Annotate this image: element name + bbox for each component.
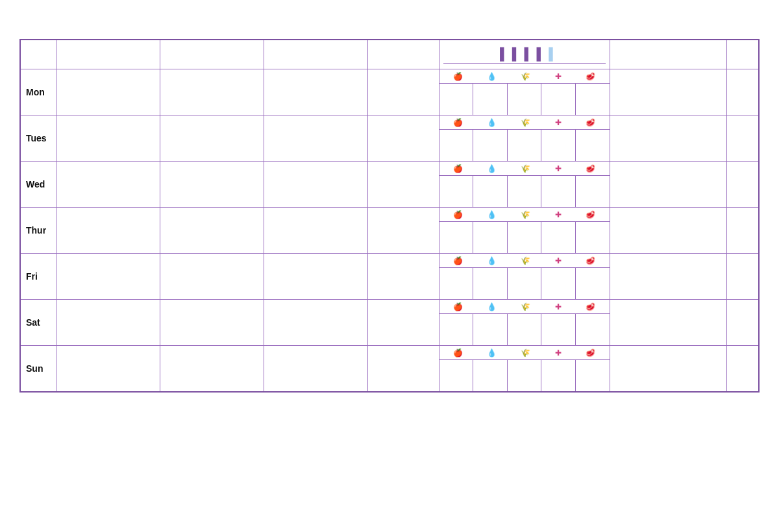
sub-cell-3[interactable] (508, 360, 542, 391)
sub-cell-5[interactable] (576, 84, 610, 115)
sub-cell-2[interactable] (473, 84, 508, 115)
sub-cell-1[interactable] (439, 176, 474, 207)
lunch-cell-2[interactable] (160, 162, 264, 208)
day-label-tues: Tues (20, 115, 56, 162)
exercise-cell-5[interactable] (610, 300, 726, 346)
exercise-cell-3[interactable] (610, 208, 726, 254)
sub-cell-3[interactable] (508, 314, 542, 345)
water-icon: 💧 (487, 118, 497, 127)
dinner-cell-4[interactable] (264, 254, 367, 300)
exercise-cell-1[interactable] (610, 115, 726, 162)
sub-cell-2[interactable] (473, 360, 508, 391)
moon-cell-3[interactable] (726, 208, 759, 254)
lunch-cell-3[interactable] (160, 208, 264, 254)
moon-cell-6[interactable] (726, 346, 759, 393)
plus-icon: ✚ (555, 164, 562, 173)
exercise-cell-0[interactable] (610, 69, 726, 115)
table-row: Tues 🍎 💧 🌾 ✚ 🥩 (20, 115, 759, 162)
lunch-cell-1[interactable] (160, 115, 264, 162)
sub-cell-1[interactable] (439, 360, 474, 391)
serves-sub-cells (439, 268, 610, 299)
sub-cell-2[interactable] (473, 222, 508, 253)
day-label-wed: Wed (20, 162, 56, 208)
serves-icon-2: ▐ (508, 47, 516, 61)
serves-icon-1: ▐ (496, 47, 504, 61)
sub-cell-4[interactable] (541, 222, 576, 253)
moon-cell-5[interactable] (726, 300, 759, 346)
sub-cell-1[interactable] (439, 268, 474, 299)
sub-cell-4[interactable] (541, 268, 576, 299)
col-dinner-header (264, 40, 367, 69)
serves-sub-cells (439, 222, 610, 253)
sub-cell-2[interactable] (473, 314, 508, 345)
breakfast-cell-5[interactable] (56, 300, 160, 346)
sub-cell-2[interactable] (473, 268, 508, 299)
dinner-cell-6[interactable] (264, 346, 367, 393)
sub-cell-3[interactable] (508, 84, 542, 115)
snack-cell-2[interactable] (367, 162, 439, 208)
sub-cell-5[interactable] (576, 268, 610, 299)
sub-cell-5[interactable] (576, 222, 610, 253)
sub-cell-1[interactable] (439, 222, 474, 253)
lunch-cell-4[interactable] (160, 254, 264, 300)
day-label-mon: Mon (20, 69, 56, 115)
snack-cell-6[interactable] (367, 346, 439, 393)
sub-cell-3[interactable] (508, 268, 542, 299)
sub-cell-4[interactable] (541, 360, 576, 391)
moon-cell-2[interactable] (726, 162, 759, 208)
moon-cell-4[interactable] (726, 254, 759, 300)
sub-cell-5[interactable] (576, 130, 610, 161)
serves-daily-icons: 🍎 💧 🌾 ✚ 🥩 (439, 300, 610, 314)
snack-cell-0[interactable] (367, 69, 439, 115)
breakfast-cell-6[interactable] (56, 346, 160, 393)
sub-cell-3[interactable] (508, 176, 542, 207)
serves-icon-3: ▐ (520, 47, 528, 61)
sub-cell-3[interactable] (508, 130, 542, 161)
sub-cell-1[interactable] (439, 314, 474, 345)
sub-cell-5[interactable] (576, 360, 610, 391)
snack-cell-1[interactable] (367, 115, 439, 162)
exercise-cell-2[interactable] (610, 162, 726, 208)
serves-cell-5: 🍎 💧 🌾 ✚ 🥩 (439, 300, 610, 346)
sub-cell-4[interactable] (541, 314, 576, 345)
serves-cell-3: 🍎 💧 🌾 ✚ 🥩 (439, 208, 610, 254)
breakfast-cell-1[interactable] (56, 115, 160, 162)
dinner-cell-3[interactable] (264, 208, 367, 254)
moon-cell-0[interactable] (726, 69, 759, 115)
breakfast-cell-4[interactable] (56, 254, 160, 300)
lunch-cell-5[interactable] (160, 300, 264, 346)
sub-cell-1[interactable] (439, 130, 474, 161)
breakfast-cell-2[interactable] (56, 162, 160, 208)
snack-cell-4[interactable] (367, 254, 439, 300)
sub-cell-1[interactable] (439, 84, 474, 115)
moon-cell-1[interactable] (726, 115, 759, 162)
snack-cell-3[interactable] (367, 208, 439, 254)
serves-icon-header-row: ▐ ▐ ▐ ▐ ▐ (443, 45, 606, 64)
lunch-cell-0[interactable] (160, 69, 264, 115)
sub-cell-4[interactable] (541, 130, 576, 161)
breakfast-cell-3[interactable] (56, 208, 160, 254)
day-label-sun: Sun (20, 346, 56, 393)
sub-cell-4[interactable] (541, 84, 576, 115)
breakfast-cell-0[interactable] (56, 69, 160, 115)
table-row: Mon 🍎 💧 🌾 ✚ 🥩 (20, 69, 759, 115)
sub-cell-3[interactable] (508, 222, 542, 253)
exercise-cell-4[interactable] (610, 254, 726, 300)
dinner-cell-1[interactable] (264, 115, 367, 162)
dinner-cell-2[interactable] (264, 162, 367, 208)
meat-icon: 🥩 (586, 118, 595, 127)
snack-cell-5[interactable] (367, 300, 439, 346)
sub-cell-2[interactable] (473, 176, 508, 207)
sub-cell-2[interactable] (473, 130, 508, 161)
lunch-cell-6[interactable] (160, 346, 264, 393)
dinner-cell-0[interactable] (264, 69, 367, 115)
fruit-icon: 🍎 (453, 72, 463, 81)
exercise-cell-6[interactable] (610, 346, 726, 393)
sub-cell-5[interactable] (576, 314, 610, 345)
table-row: Fri 🍎 💧 🌾 ✚ 🥩 (20, 254, 759, 300)
sub-cell-5[interactable] (576, 176, 610, 207)
col-lunch-header (160, 40, 264, 69)
sub-cell-4[interactable] (541, 176, 576, 207)
serves-sub-cells (439, 314, 610, 345)
dinner-cell-5[interactable] (264, 300, 367, 346)
